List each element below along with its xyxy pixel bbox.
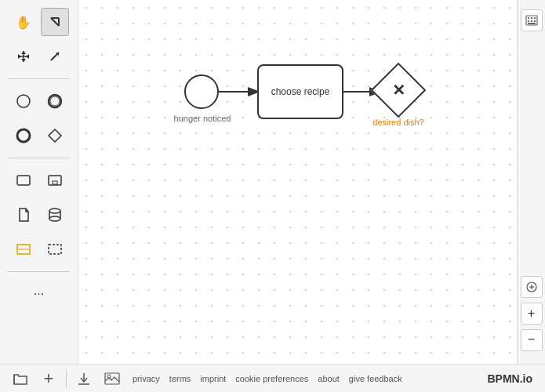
svg-rect-35	[534, 20, 536, 22]
svg-rect-34	[531, 20, 532, 22]
end-event-tool[interactable]	[9, 122, 38, 150]
separator-1	[8, 78, 70, 79]
arrow-tool[interactable]	[41, 42, 69, 71]
svg-marker-15	[49, 129, 61, 142]
privacy-link[interactable]: privacy	[133, 374, 160, 383]
start-event-tool[interactable]	[9, 87, 38, 115]
svg-rect-42	[105, 373, 119, 384]
gateway-x-icon: ✕	[392, 81, 405, 100]
footer-links: privacy terms imprint cookie preferences…	[133, 374, 402, 383]
left-toolbar: ✋	[0, 0, 78, 364]
new-diagram-btn[interactable]: +	[35, 365, 63, 393]
terms-link[interactable]: terms	[169, 374, 191, 383]
zoom-out-btn[interactable]: −	[521, 329, 543, 351]
start-event-label: hunger noticed	[167, 114, 238, 123]
arrows-svg	[78, 0, 517, 364]
group-tool[interactable]	[41, 235, 69, 263]
hand-tool[interactable]: ✋	[9, 8, 38, 36]
start-event[interactable]	[184, 74, 219, 109]
svg-point-19	[49, 209, 60, 213]
subprocess-tool[interactable]	[41, 166, 69, 194]
open-folder-btn[interactable]	[6, 365, 35, 393]
gateway-tool[interactable]	[41, 122, 69, 150]
data-object-tool[interactable]	[9, 201, 38, 229]
svg-point-11	[17, 95, 30, 107]
task-choose-recipe[interactable]: choose recipe	[257, 64, 343, 119]
task-tool[interactable]	[9, 166, 38, 194]
imprint-link[interactable]: imprint	[200, 374, 226, 383]
svg-rect-32	[534, 17, 536, 19]
gateway-label: desired dish?	[371, 118, 426, 127]
svg-rect-17	[49, 176, 61, 185]
svg-rect-31	[531, 17, 532, 19]
svg-rect-36	[528, 23, 536, 24]
svg-point-13	[50, 96, 60, 106]
zoom-fit-btn[interactable]	[521, 276, 543, 298]
about-link[interactable]: about	[318, 374, 340, 383]
svg-rect-16	[17, 176, 30, 185]
gateway-container[interactable]: ✕ desired dish?	[379, 71, 418, 110]
data-store-tool[interactable]	[41, 201, 69, 229]
svg-point-22	[49, 216, 60, 221]
svg-rect-33	[528, 20, 529, 22]
svg-marker-6	[21, 59, 26, 62]
lasso-tool[interactable]	[41, 8, 69, 36]
svg-marker-7	[18, 54, 21, 59]
separator-3	[8, 271, 70, 272]
svg-marker-5	[21, 51, 26, 54]
svg-rect-30	[528, 17, 529, 19]
footer-separator-1	[66, 369, 67, 388]
export-image-btn[interactable]	[98, 365, 126, 393]
intermediate-event-tool[interactable]	[41, 87, 69, 115]
more-tools-button[interactable]: ···	[25, 280, 53, 308]
gateway-shape[interactable]: ✕	[371, 63, 427, 118]
cookie-preferences-link[interactable]: cookie preferences	[235, 374, 308, 383]
zoom-in-btn[interactable]: +	[521, 303, 543, 325]
right-panel: + −	[517, 0, 545, 364]
svg-rect-18	[53, 181, 57, 184]
svg-line-0	[51, 18, 59, 26]
svg-rect-25	[49, 245, 61, 254]
svg-point-14	[17, 129, 30, 142]
svg-marker-8	[26, 54, 29, 59]
pool-tool[interactable]	[9, 235, 38, 263]
download-btn[interactable]	[70, 365, 98, 393]
keyboard-shortcut-btn[interactable]	[521, 9, 543, 31]
brand-logo: BPMN.io	[487, 372, 532, 385]
separator-2	[8, 158, 70, 158]
footer: + privacy terms imprint cookie preferenc…	[0, 364, 545, 392]
give-feedback-link[interactable]: give feedback	[349, 374, 402, 383]
bpmn-canvas[interactable]: hunger noticed choose recipe ✕ desired d…	[78, 0, 517, 364]
space-tool[interactable]	[9, 42, 38, 71]
